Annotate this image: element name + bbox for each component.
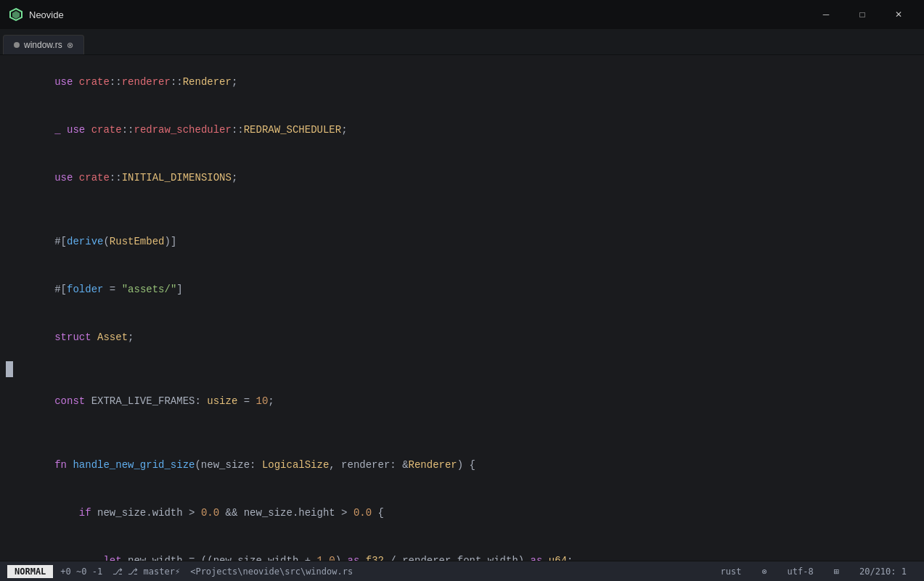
git-branch: ⎇ ⎇ master⚡ (113, 566, 180, 577)
filetype-icon: ⊗ (761, 566, 766, 577)
tab-label: window.rs (24, 40, 62, 50)
code-area: use crate::renderer::Renderer; _ use cra… (0, 55, 924, 561)
code-line-2: _ use crate::redraw_scheduler::REDRAW_SC… (0, 106, 924, 154)
code-line-10 (0, 425, 924, 441)
close-button[interactable]: ✕ (882, 3, 915, 26)
code-line-1: use crate::renderer::Renderer; (0, 58, 924, 106)
tab-window-rs[interactable]: window.rs ⊗ (3, 35, 84, 54)
status-bar: NORMAL +0 ~0 -1 ⎇ ⎇ master⚡ <Projects\ne… (0, 561, 924, 581)
code-line-3: use crate::INITIAL_DIMENSIONS; (0, 154, 924, 202)
code-line-6: #[folder = "assets/"] (0, 265, 924, 313)
window-controls: ─ □ ✕ (809, 3, 915, 26)
app-title: Neovide (29, 9, 64, 20)
svg-marker-1 (12, 11, 20, 19)
minimize-button[interactable]: ─ (809, 3, 843, 26)
editor-area[interactable]: use crate::renderer::Renderer; _ use cra… (0, 55, 924, 561)
filetype: rust (720, 566, 741, 577)
encoding: utf-8 (788, 566, 814, 577)
code-line-13: let new_width = ((new_size.width + 1.0) … (0, 537, 924, 561)
code-line-9: const EXTRA_LIVE_FRAMES: usize = 10; (0, 377, 924, 425)
git-diff: +0 ~0 -1 (60, 566, 102, 577)
file-path: <Projects\neovide\src\window.rs (190, 566, 353, 577)
code-line-7: struct Asset; (0, 313, 924, 361)
title-left: Neovide (9, 7, 64, 22)
os-icon: ⊞ (834, 566, 839, 577)
code-line-4 (0, 202, 924, 218)
code-line-12: if new_size.width > 0.0 && new_size.heig… (0, 489, 924, 537)
branch-icon: ⎇ (113, 566, 128, 577)
vim-mode: NORMAL (7, 565, 53, 578)
maximize-button[interactable]: □ (846, 3, 879, 26)
cursor (6, 361, 13, 377)
status-right: rust ⊗ utf-8 ⊞ 20/210: 1 (720, 566, 917, 577)
code-line-5: #[derive(RustEmbed)] (0, 218, 924, 265)
tab-file-icon (14, 42, 20, 48)
tab-modified-icon: ⊗ (67, 41, 73, 50)
code-line-8 (0, 361, 924, 377)
app-logo-icon (9, 7, 23, 22)
code-line-11: fn handle_new_grid_size(new_size: Logica… (0, 441, 924, 489)
title-bar: Neovide ─ □ ✕ (0, 0, 924, 29)
cursor-position: 20/210: 1 (859, 566, 907, 577)
tab-bar: window.rs ⊗ (0, 29, 924, 55)
